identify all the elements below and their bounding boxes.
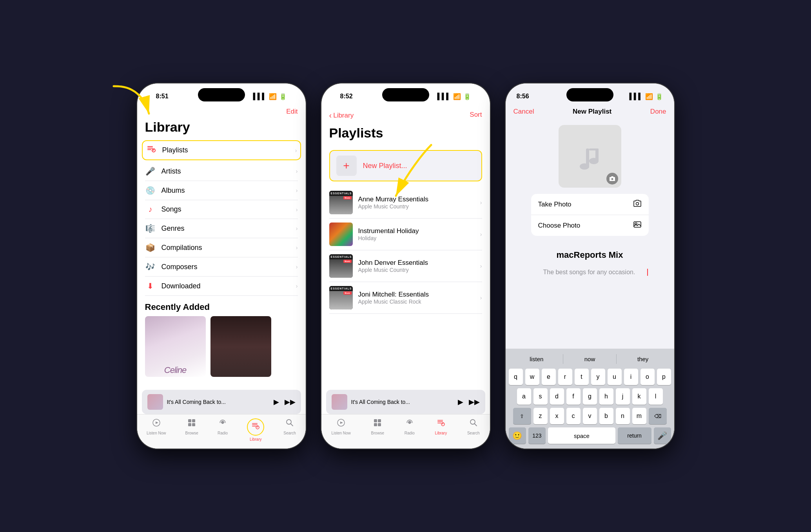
tab-listen-now-1[interactable]: Listen Now — [147, 418, 166, 435]
artwork-placeholder[interactable] — [559, 125, 621, 188]
key-d[interactable]: d — [550, 388, 564, 405]
play-button-1[interactable]: ▶ — [274, 398, 279, 406]
key-l[interactable]: l — [649, 388, 663, 405]
songs-left: ♪ Songs — [145, 205, 181, 214]
key-w[interactable]: w — [525, 369, 539, 385]
playlist-holiday[interactable]: Instrumental Holiday Holiday › — [329, 219, 482, 250]
playlists-chevron: › — [295, 147, 297, 154]
new-playlist-card[interactable]: + New Playlist... — [329, 150, 482, 181]
svg-line-20 — [291, 424, 293, 426]
choose-photo-label: Choose Photo — [538, 222, 581, 230]
emoji-key[interactable]: 🙂 — [509, 427, 526, 444]
tab-browse-1[interactable]: Browse — [185, 418, 198, 435]
tab-listen-now-2[interactable]: Listen Now — [331, 418, 350, 435]
done-button[interactable]: Done — [650, 108, 666, 116]
new-playlist-screen: 8:56 ▌▌▌ 📶 🔋 Cancel New Playlist Done — [506, 83, 674, 449]
tab-library-2[interactable]: Library — [435, 418, 447, 435]
suggestion-they[interactable]: they — [617, 354, 669, 364]
tab-radio-2[interactable]: Radio — [405, 418, 415, 435]
key-u[interactable]: u — [608, 369, 622, 385]
albums-label: Albums — [161, 186, 185, 195]
key-x[interactable]: x — [550, 408, 564, 424]
genres-row[interactable]: 🎼 Genres › — [145, 219, 298, 238]
key-z[interactable]: z — [533, 408, 548, 424]
edit-button[interactable]: Edit — [286, 108, 298, 116]
key-t[interactable]: t — [575, 369, 589, 385]
key-g[interactable]: g — [583, 388, 597, 405]
shift-key[interactable]: ⇧ — [513, 408, 531, 424]
album-thumb-dark[interactable] — [210, 316, 271, 377]
key-f[interactable]: f — [566, 388, 581, 405]
albums-row[interactable]: 💿 Albums › — [145, 181, 298, 200]
key-k[interactable]: k — [632, 388, 646, 405]
key-e[interactable]: e — [542, 369, 556, 385]
svg-rect-26 — [378, 423, 381, 426]
compilations-row[interactable]: 📦 Compilations › — [145, 238, 298, 257]
svg-rect-0 — [147, 146, 153, 147]
tab-bar-2: Listen Now Browse Radio — [321, 414, 490, 449]
key-p[interactable]: p — [657, 369, 671, 385]
key-i[interactable]: i — [624, 369, 638, 385]
key-o[interactable]: o — [640, 369, 655, 385]
play-button-2[interactable]: ▶ — [458, 398, 463, 406]
key-y[interactable]: y — [591, 369, 605, 385]
key-m[interactable]: m — [632, 408, 646, 424]
denver-sub: Apple Music Country — [358, 267, 475, 273]
tab-search-1[interactable]: Search — [283, 418, 296, 435]
skip-button-2[interactable]: ▶▶ — [469, 398, 480, 406]
playlist-description[interactable]: The best songs for any occasion. — [532, 266, 647, 279]
keyboard-row-3: ⇧ z x c v b n m ⌫ — [507, 408, 673, 424]
tab-browse-2[interactable]: Browse — [371, 418, 384, 435]
now-playing-bar-1[interactable]: It's All Coming Back to... ▶ ▶▶ — [142, 390, 301, 414]
delete-key[interactable]: ⌫ — [649, 408, 667, 424]
mic-key[interactable]: 🎤 — [654, 427, 671, 444]
camera-badge[interactable] — [606, 173, 618, 185]
key-s[interactable]: s — [533, 388, 548, 405]
tab-library-1[interactable]: Library — [247, 418, 264, 442]
anne-art: ESSENTIALS Music — [329, 191, 353, 214]
take-photo-item[interactable]: Take Photo — [531, 194, 649, 215]
suggestion-now[interactable]: now — [563, 354, 617, 364]
composers-row[interactable]: 🎶 Composers › — [145, 257, 298, 277]
key-c[interactable]: c — [566, 408, 581, 424]
key-j[interactable]: j — [616, 388, 630, 405]
downloaded-icon: ⬇ — [145, 281, 156, 291]
key-r[interactable]: r — [558, 369, 572, 385]
key-b[interactable]: b — [599, 408, 613, 424]
playlist-mitchell[interactable]: ESSENTIALS Music Joni Mitchell: Essentia… — [329, 282, 482, 314]
album-thumb-celine[interactable]: Celine — [145, 316, 206, 377]
return-key[interactable]: return — [618, 427, 651, 444]
cancel-button[interactable]: Cancel — [513, 108, 534, 116]
suggestion-listen[interactable]: listen — [510, 354, 564, 364]
key-v[interactable]: v — [583, 408, 597, 424]
back-button[interactable]: ‹ Library — [329, 108, 354, 121]
tab-search-2[interactable]: Search — [467, 418, 480, 435]
artists-left: 🎤 Artists — [145, 166, 181, 176]
downloaded-row[interactable]: ⬇ Downloaded › — [145, 277, 298, 296]
space-key[interactable]: space — [548, 427, 615, 444]
playlist-anne[interactable]: ESSENTIALS Music Anne Murray Essentials … — [329, 187, 482, 219]
mitchell-chevron: › — [480, 295, 482, 301]
artists-row[interactable]: 🎤 Artists › — [145, 162, 298, 181]
playlist-denver[interactable]: ESSENTIALS Music John Denver Essentials … — [329, 250, 482, 282]
search-icon-1 — [285, 418, 294, 429]
skip-button-1[interactable]: ▶▶ — [285, 398, 296, 406]
sort-button[interactable]: Sort — [470, 111, 482, 119]
holiday-art — [329, 223, 353, 246]
key-a[interactable]: a — [517, 388, 531, 405]
playlists-row[interactable]: Playlists › — [142, 140, 301, 160]
tab-radio-1[interactable]: Radio — [218, 418, 228, 435]
radio-icon-2 — [405, 418, 414, 429]
compilations-chevron: › — [296, 244, 298, 251]
key-h[interactable]: h — [599, 388, 613, 405]
compilations-label: Compilations — [161, 244, 202, 252]
key-n[interactable]: n — [616, 408, 630, 424]
choose-photo-item[interactable]: Choose Photo — [531, 215, 649, 236]
search-icon-2 — [469, 418, 478, 429]
now-playing-bar-2[interactable]: It's All Coming Back to... ▶ ▶▶ — [326, 390, 485, 414]
compilations-left: 📦 Compilations — [145, 243, 202, 252]
tab-label-browse-1: Browse — [185, 431, 198, 435]
numbers-key[interactable]: 123 — [528, 427, 546, 444]
key-q[interactable]: q — [509, 369, 523, 385]
songs-row[interactable]: ♪ Songs › — [145, 200, 298, 219]
